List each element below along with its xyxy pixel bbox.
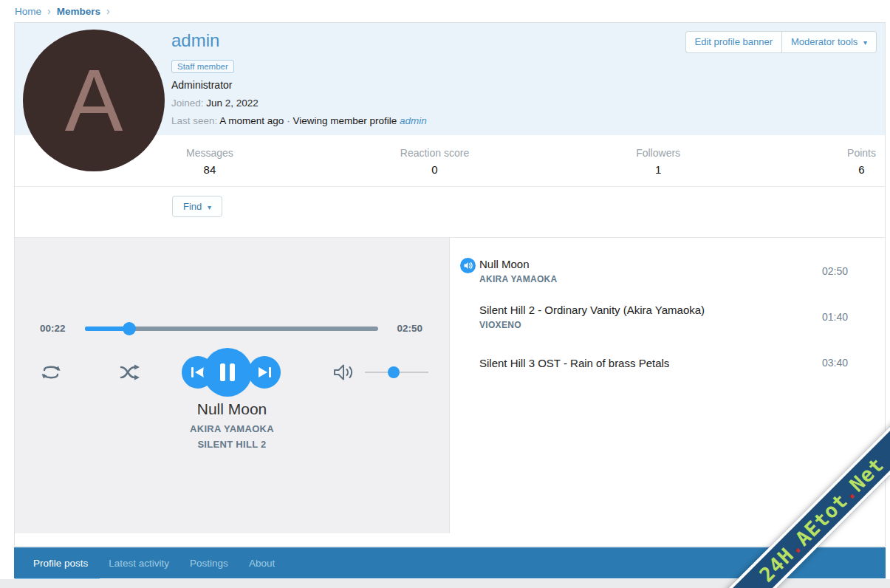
- stat-label: Messages: [186, 147, 233, 159]
- profile-card: A admin Edit profile banner Moderator to…: [14, 22, 886, 547]
- breadcrumb-separator-icon: ›: [47, 5, 51, 17]
- user-role: Administrator: [171, 79, 885, 91]
- chevron-down-icon: ▾: [208, 203, 211, 211]
- speaker-icon: [332, 363, 355, 382]
- track-duration: 01:40: [815, 311, 848, 323]
- moderator-tools-label: Moderator tools: [791, 36, 858, 47]
- tab-profile-posts[interactable]: Profile posts: [23, 547, 98, 578]
- track-duration: 03:40: [815, 357, 848, 369]
- stat-label: Followers: [636, 147, 680, 159]
- viewing-profile-link[interactable]: admin: [400, 115, 427, 126]
- find-row: Find ▾: [15, 187, 885, 238]
- avatar[interactable]: A: [23, 30, 165, 171]
- transport-controls: [182, 348, 281, 397]
- card-bottom-padding: [15, 533, 885, 546]
- track-duration: 02:50: [815, 265, 848, 277]
- next-track-button[interactable]: [248, 356, 281, 389]
- breadcrumb-home-link[interactable]: Home: [15, 6, 41, 17]
- breadcrumb: Home › Members ›: [15, 5, 110, 17]
- tab-latest-activity[interactable]: Latest activity: [98, 547, 179, 578]
- stat-label: Points: [847, 147, 876, 159]
- track-artist: VIOXENO: [479, 320, 815, 330]
- seek-bar[interactable]: [85, 327, 378, 331]
- page-title-username: admin: [171, 31, 219, 50]
- seek-knob[interactable]: [123, 322, 136, 335]
- skip-forward-icon: [256, 366, 273, 378]
- now-playing-speaker-icon: [460, 258, 476, 273]
- track-title: Silent Hill 3 OST - Rain of brass Petals: [479, 357, 815, 369]
- stat-value[interactable]: 6: [847, 163, 876, 176]
- pause-button[interactable]: [203, 348, 252, 397]
- stat-value[interactable]: 0: [400, 163, 469, 176]
- shuffle-button[interactable]: [119, 363, 143, 381]
- stat-reaction-score: Reaction score 0: [400, 147, 469, 176]
- tab-postings[interactable]: Postings: [179, 547, 239, 578]
- breadcrumb-members-link[interactable]: Members: [57, 6, 100, 17]
- profile-content: 00:22 02:50: [15, 238, 885, 533]
- shuffle-icon: [119, 363, 143, 381]
- breadcrumb-separator-icon: ›: [106, 5, 110, 17]
- find-label: Find: [183, 201, 202, 212]
- chevron-down-icon: ▾: [863, 38, 867, 47]
- current-time: 00:22: [40, 323, 66, 334]
- playlist-row[interactable]: Silent Hill 3 OST - Rain of brass Petals…: [456, 340, 848, 386]
- edit-profile-banner-button[interactable]: Edit profile banner: [685, 31, 782, 53]
- now-playing-artist: AKIRA YAMAOKA: [15, 423, 449, 434]
- track-title: Null Moon: [479, 258, 815, 270]
- now-playing-album: SILENT HILL 2: [15, 439, 449, 450]
- playlist-row[interactable]: Silent Hill 2 - Ordinary Vanity (Akira Y…: [456, 294, 848, 340]
- playlist: Null Moon AKIRA YAMAOKA 02:50 Silent Hil…: [450, 238, 885, 533]
- volume-button[interactable]: [332, 363, 355, 382]
- tab-about[interactable]: About: [239, 547, 285, 578]
- now-playing-title: Null Moon: [15, 400, 449, 418]
- stat-label: Reaction score: [400, 147, 469, 159]
- avatar-letter: A: [65, 50, 123, 151]
- joined-line: Joined: Jun 2, 2022: [171, 98, 885, 109]
- last-seen-label: Last seen:: [171, 115, 217, 126]
- find-button[interactable]: Find ▾: [172, 196, 222, 217]
- repeat-button[interactable]: [38, 362, 64, 383]
- track-title: Silent Hill 2 - Ordinary Vanity (Akira Y…: [479, 304, 815, 316]
- volume-control: [332, 363, 428, 382]
- volume-knob[interactable]: [388, 366, 400, 378]
- volume-slider[interactable]: [365, 372, 428, 373]
- stat-messages: Messages 84: [186, 147, 233, 176]
- profile-banner: A admin Edit profile banner Moderator to…: [15, 23, 885, 135]
- music-player: 00:22 02:50: [15, 238, 450, 533]
- stat-value[interactable]: 84: [186, 163, 233, 176]
- moderator-tools-button[interactable]: Moderator tools ▾: [781, 31, 877, 53]
- joined-label: Joined:: [171, 98, 204, 109]
- viewing-text: Viewing member profile: [292, 115, 397, 126]
- staff-member-badge: Staff member: [171, 60, 234, 73]
- total-time: 02:50: [397, 323, 422, 334]
- playlist-row[interactable]: Null Moon AKIRA YAMAOKA 02:50: [456, 248, 848, 294]
- repeat-icon: [38, 362, 64, 383]
- last-seen-line: Last seen: A moment ago · Viewing member…: [171, 115, 885, 126]
- stat-points: Points 6: [847, 147, 876, 176]
- meta-separator: ·: [287, 115, 290, 126]
- last-seen-value: A moment ago: [219, 115, 284, 126]
- joined-value: Jun 2, 2022: [206, 98, 259, 109]
- track-artist: AKIRA YAMAOKA: [479, 274, 815, 284]
- stat-value[interactable]: 1: [636, 163, 680, 176]
- stat-followers: Followers 1: [636, 147, 680, 176]
- pause-icon: [218, 362, 237, 383]
